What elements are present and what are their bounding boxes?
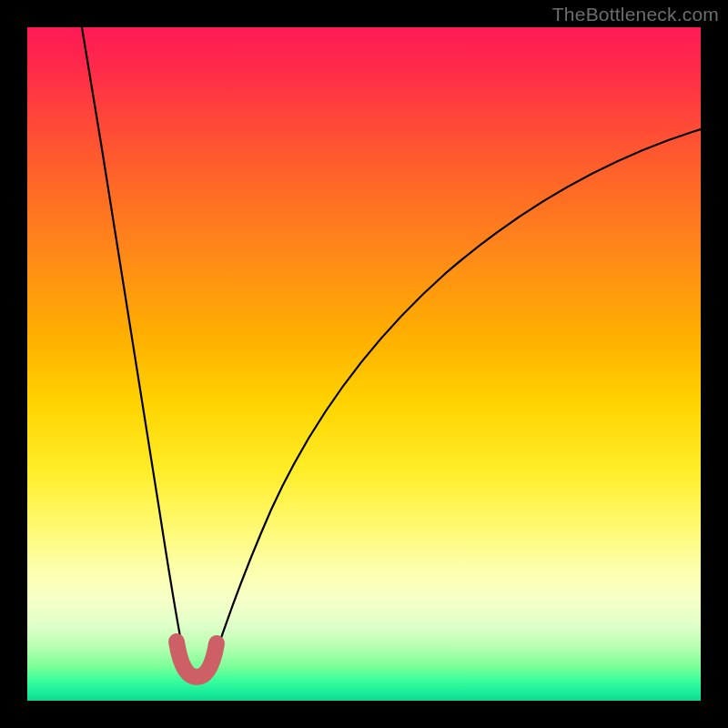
watermark-text: TheBottleneck.com xyxy=(552,4,719,25)
minimum-marker xyxy=(177,642,217,677)
plot-area xyxy=(27,27,701,701)
chart-frame: TheBottleneck.com xyxy=(0,0,728,728)
curve-right xyxy=(209,129,701,673)
curve-left xyxy=(82,27,187,673)
chart-svg xyxy=(27,27,701,701)
